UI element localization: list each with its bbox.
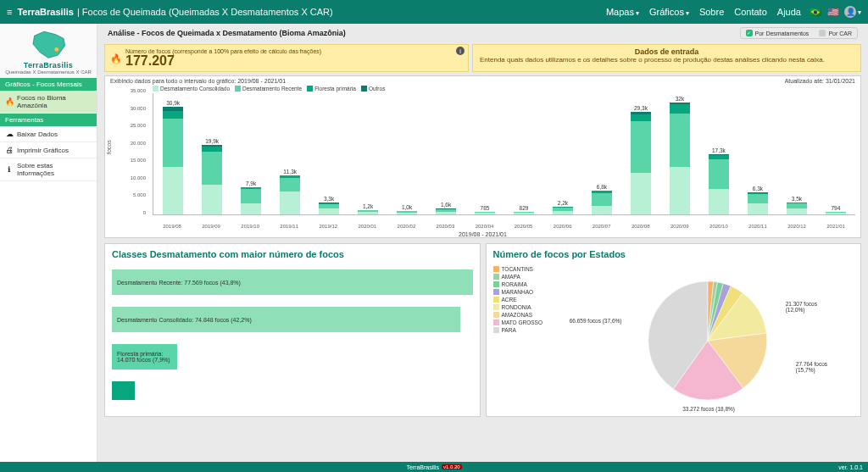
data-box-text: Entenda quais dados utilizamos e os deta…	[480, 56, 854, 64]
counter-label: Número de focos (corresponde a 100% para…	[125, 48, 461, 54]
language-switch[interactable]: 🇧🇷 🇺🇸	[806, 7, 839, 18]
sidebar-item-label: Sobre estas Informações	[17, 162, 92, 177]
top-nav: ≡ TerraBrasilis | Focos de Queimada (Que…	[0, 0, 868, 24]
toggle-desmatamentos[interactable]: ✓Por Desmatamentos	[741, 28, 815, 38]
sidebar-item-imprimir[interactable]: 🖨 Imprimir Gráficos	[0, 142, 97, 158]
flag-br-icon[interactable]: 🇧🇷	[810, 7, 821, 17]
states-card: Número de focos por Estados TOCANTINSAMA…	[486, 243, 862, 417]
data-box-title: Dados de entrada	[480, 47, 854, 56]
pie-chart[interactable]: 21.307 focos (12,0%)27.764 focos (15,7%)…	[561, 264, 854, 408]
sidebar-group-graficos: Gráficos - Focos Mensais	[0, 78, 97, 91]
sidebar-item-label: Imprimir Gráficos	[17, 147, 69, 154]
pie-legend: TOCANTINSAMAPARORAIMAMARANHAOACRERONDONI…	[493, 264, 561, 408]
nav-ajuda[interactable]: Ajuda	[777, 7, 801, 17]
view-toggle: ✓Por Desmatamentos Por CAR	[740, 27, 858, 39]
nav-graficos[interactable]: Gráficos▾	[649, 7, 689, 17]
page-title: | Focos de Queimada (Queimadas X Desmata…	[77, 7, 333, 17]
chart-updated: Atualizado até: 31/01/2021	[785, 78, 855, 84]
nav-mapas[interactable]: Mapas▾	[606, 7, 639, 17]
version-badge: v1.0.20	[442, 464, 462, 469]
sidebar-group-ferramentas: Ferramentas	[0, 114, 97, 126]
sidebar-item-bioma[interactable]: 🔥 Focos no Bioma Amazônia	[0, 91, 97, 114]
caret-down-icon: ▾	[686, 9, 689, 17]
counter-box: 🔥 i Número de focos (corresponde a 100% …	[104, 44, 469, 72]
main-area: Análise - Focos de Queimada x Desmatamen…	[97, 24, 868, 462]
chart-range: Exibindo dados para todo o intervalo do …	[110, 78, 286, 84]
sidebar-item-sobre[interactable]: ℹ Sobre estas Informações	[0, 158, 97, 181]
data-input-box[interactable]: Dados de entrada Entenda quais dados uti…	[472, 44, 861, 72]
caret-down-icon[interactable]: ▾	[858, 8, 861, 16]
stacked-bar-chart[interactable]: focos 05.00010.00015.00020.00025.00030.0…	[105, 93, 860, 237]
classes-title: Classes Desmatamento com maior número de…	[112, 249, 473, 259]
analysis-title: Análise - Focos de Queimada x Desmatamen…	[108, 29, 346, 37]
svg-point-0	[54, 47, 58, 52]
sidebar-subtitle: Queimadas X Desmatamentos X CAR	[2, 69, 95, 75]
classes-card: Classes Desmatamento com maior número de…	[104, 243, 481, 417]
footer-brand: TerraBrasilis	[406, 464, 439, 470]
fire-icon: 🔥	[5, 97, 14, 106]
toggle-car[interactable]: Por CAR	[814, 28, 857, 38]
main-chart-card: Exibindo dados para todo o intervalo do …	[104, 75, 861, 238]
footer-version: ver. 1.0.1	[838, 464, 863, 470]
print-icon: 🖨	[5, 146, 14, 154]
states-title: Número de focos por Estados	[493, 249, 854, 259]
sub-header: Análise - Focos de Queimada x Desmatamen…	[103, 24, 863, 42]
info-icon[interactable]: i	[456, 47, 465, 55]
counter-value: 177.207	[125, 54, 461, 68]
info-icon: ℹ	[5, 165, 14, 174]
sidebar: TerraBrasilis Queimadas X Desmatamentos …	[0, 24, 97, 462]
nav-contato[interactable]: Contato	[734, 7, 767, 17]
logo-box: TerraBrasilis Queimadas X Desmatamentos …	[0, 24, 97, 78]
sidebar-item-label: Focos no Bioma Amazônia	[17, 94, 92, 109]
brand-label: TerraBrasilis	[17, 7, 73, 17]
user-menu-icon[interactable]: 👤	[844, 6, 856, 18]
fire-icon: 🔥	[110, 53, 122, 64]
download-icon: ☁	[5, 130, 14, 138]
caret-down-icon: ▾	[636, 9, 639, 17]
sidebar-item-baixar[interactable]: ☁ Baixar Dados	[0, 126, 97, 142]
sidebar-item-label: Baixar Dados	[17, 130, 58, 138]
hbar-chart[interactable]: Desmatamento Recente: 77.569 focos (43,8…	[112, 264, 473, 400]
nav-sobre[interactable]: Sobre	[699, 7, 724, 17]
y-axis-label: focos	[106, 140, 112, 154]
flag-us-icon[interactable]: 🇺🇸	[827, 7, 839, 17]
brazil-map-icon	[27, 29, 70, 59]
menu-icon[interactable]: ≡	[7, 7, 12, 17]
chart-legend: Desmatamento Consolidado Desmatamento Re…	[105, 86, 860, 93]
footer: TerraBrasilis v1.0.20 ver. 1.0.1	[0, 462, 868, 472]
sidebar-brand: TerraBrasilis	[2, 61, 95, 69]
x-caption: 2019/08 - 2021/01	[105, 231, 860, 237]
